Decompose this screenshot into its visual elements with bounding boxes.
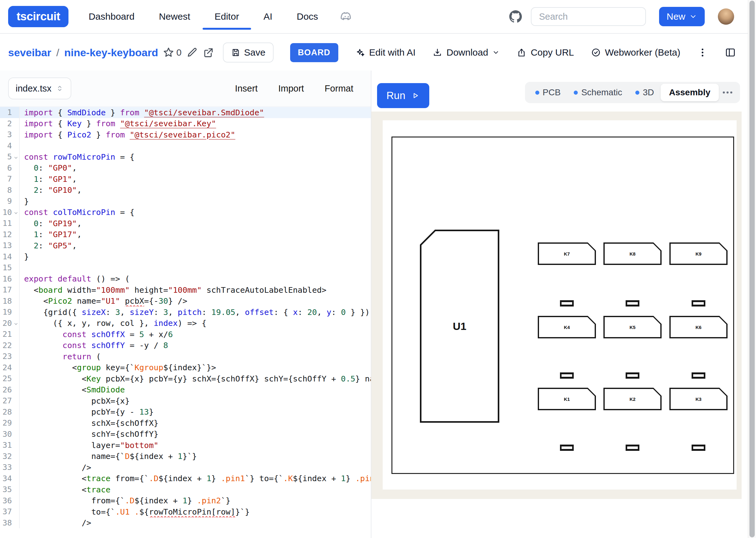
gutter: 21 xyxy=(0,329,20,340)
tab-assembly[interactable]: Assembly xyxy=(661,84,719,101)
line-number: 35 xyxy=(0,485,13,494)
code-text: 1: "GP17", xyxy=(20,229,371,240)
search-input[interactable] xyxy=(531,7,646,26)
main-area: index.tsx InsertImportFormat 1import { S… xyxy=(0,71,756,538)
edit-with-ai-button[interactable]: Edit with AI xyxy=(355,47,416,58)
download-button[interactable]: Download xyxy=(433,47,499,58)
key-k5: K5 xyxy=(604,316,662,338)
scrollbar-thumb[interactable] xyxy=(749,1,755,537)
upload-icon xyxy=(516,47,527,58)
code-line-29: 29 schX={schOffX} xyxy=(0,417,371,429)
line-number: 22 xyxy=(0,341,13,350)
code-text: 2: "GP5", xyxy=(20,240,371,251)
diode-footprint xyxy=(626,300,639,306)
line-number: 33 xyxy=(0,463,13,472)
nav-item-editor[interactable]: Editor xyxy=(214,11,239,22)
play-icon xyxy=(411,91,420,100)
breadcrumb-owner[interactable]: seveibar xyxy=(8,47,51,59)
tab-schematic[interactable]: Schematic xyxy=(567,82,629,103)
download-icon xyxy=(433,47,442,58)
webworker-beta-button[interactable]: Webworker (Beta) xyxy=(591,47,680,58)
code-line-2: 2import { Key } from "@tsci/seveibar.Key… xyxy=(0,118,371,129)
line-number: 2 xyxy=(0,119,13,128)
key-label: K5 xyxy=(604,316,662,338)
share-icon[interactable] xyxy=(202,47,214,58)
editor-menu-insert[interactable]: Insert xyxy=(235,83,258,94)
avatar[interactable] xyxy=(718,8,734,25)
code-line-22: 22 const schOffY = -y / 8 xyxy=(0,340,371,351)
diode-footprint xyxy=(626,372,639,379)
code-text: export default () => ( xyxy=(20,273,371,285)
run-button-label: Run xyxy=(386,90,406,102)
key-label: K3 xyxy=(669,388,727,410)
file-name: index.tsx xyxy=(16,83,51,94)
chip-label: U1 xyxy=(420,230,499,423)
code-text: const colToMicroPin = { xyxy=(20,207,371,218)
editor-header: index.tsx InsertImportFormat xyxy=(0,71,371,107)
line-number: 4 xyxy=(0,141,13,150)
star-icon[interactable] xyxy=(163,47,174,58)
breadcrumb-name[interactable]: nine-key-keyboard xyxy=(64,47,158,59)
code-line-37: 37 to={`.U1 .${rowToMicroPin[row]}`} xyxy=(0,506,371,517)
line-number: 10 xyxy=(0,208,13,217)
pencil-icon[interactable] xyxy=(186,47,198,58)
code-line-31: 31 layer="bottom" xyxy=(0,440,371,451)
code-line-32: 32 name={`D${index + 1}`} xyxy=(0,451,371,462)
tab-pcb[interactable]: PCB xyxy=(529,82,567,103)
kebab-menu-icon[interactable] xyxy=(697,47,708,58)
new-button[interactable]: New xyxy=(659,7,705,26)
save-button[interactable]: Save xyxy=(223,42,273,63)
page-scrollbar[interactable] xyxy=(748,0,756,538)
code-line-38: 38 /> xyxy=(0,517,371,529)
gutter: 29 xyxy=(0,417,20,429)
code-line-24: 24 <group key={`Kgroup${index}`}> xyxy=(0,362,371,373)
gutter: 4 xyxy=(0,140,20,151)
split-panel-icon[interactable] xyxy=(725,47,736,58)
assembly-canvas[interactable]: U1 K7K8K9K4K5K6K1K2K3 xyxy=(372,112,742,499)
action-label: Copy URL xyxy=(531,47,574,58)
fold-chevron-icon[interactable] xyxy=(13,321,19,327)
nav-item-dashboard[interactable]: Dashboard xyxy=(88,11,135,22)
gutter: 19 xyxy=(0,306,20,318)
line-number: 8 xyxy=(0,186,13,195)
gutter: 17 xyxy=(0,284,20,296)
toolbar: seveibar / nine-key-keyboard 0 Save BOAR… xyxy=(0,34,756,71)
preview-panel: Run PCBSchematic3DAssembly U1 K7K8K9K4K5… xyxy=(372,71,756,538)
tab-status-dot xyxy=(635,90,639,95)
code-text: const schOffX = 5 + x/6 xyxy=(20,329,371,340)
line-number: 36 xyxy=(0,496,13,505)
code-line-33: 33 /> xyxy=(0,462,371,473)
nav-item-ai[interactable]: AI xyxy=(263,11,272,22)
code-editor[interactable]: 1import { SmdDiode } from "@tsci/seveiba… xyxy=(0,107,371,538)
editor-menu-format[interactable]: Format xyxy=(324,83,353,94)
discord-icon[interactable] xyxy=(340,10,354,24)
gutter: 3 xyxy=(0,129,20,140)
code-line-7: 7 1: "GP1", xyxy=(0,173,371,185)
nav-item-docs[interactable]: Docs xyxy=(297,11,318,22)
line-number: 38 xyxy=(0,518,13,527)
tabs-more-icon[interactable] xyxy=(721,85,734,99)
editor-menu-import[interactable]: Import xyxy=(278,83,304,94)
fold-chevron-icon[interactable] xyxy=(13,211,19,216)
copy-url-button[interactable]: Copy URL xyxy=(516,47,574,58)
run-button[interactable]: Run xyxy=(377,83,429,108)
code-text: pcbX={x} xyxy=(20,395,371,406)
toolbar-actions: BOARD Edit with AIDownloadCopy URLWebwor… xyxy=(290,43,736,62)
code-text: /> xyxy=(20,462,371,473)
github-icon[interactable] xyxy=(509,10,522,23)
chevron-down-icon xyxy=(689,13,697,21)
nav-item-newest[interactable]: Newest xyxy=(159,11,190,22)
diode-footprint xyxy=(692,300,705,306)
fold-chevron-icon[interactable] xyxy=(13,155,19,160)
tab-3d[interactable]: 3D xyxy=(629,82,661,103)
tscircuit-logo[interactable]: tscircuit xyxy=(8,6,69,27)
code-line-6: 6 0: "GP0", xyxy=(0,162,371,174)
board-badge[interactable]: BOARD xyxy=(290,43,338,62)
key-k4: K4 xyxy=(538,316,596,338)
diode-footprint xyxy=(626,445,639,451)
file-select[interactable]: index.tsx xyxy=(8,78,71,99)
tab-label: PCB xyxy=(543,87,561,97)
line-number: 30 xyxy=(0,430,13,439)
code-line-30: 30 schY={schOffY} xyxy=(0,429,371,440)
gutter: 15 xyxy=(0,262,20,273)
